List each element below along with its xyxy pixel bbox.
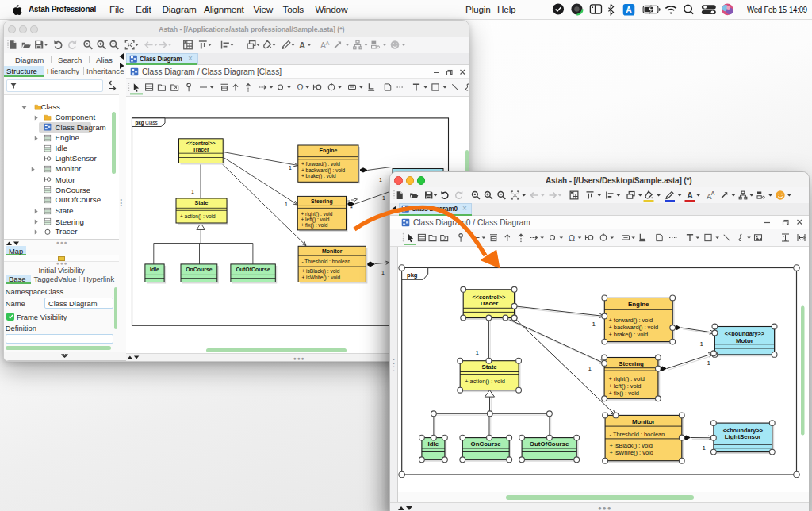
- svg-text:<<boundary>>: <<boundary>>: [724, 330, 764, 337]
- svg-text:LightSensor: LightSensor: [724, 433, 760, 440]
- svg-text:+ left() : void: + left() : void: [608, 382, 641, 389]
- svg-text:State: State: [481, 363, 497, 371]
- svg-text:Engine: Engine: [628, 300, 649, 307]
- svg-text:1: 1: [588, 365, 592, 372]
- svg-text:pkg: pkg: [407, 271, 418, 279]
- svg-text:1: 1: [699, 340, 703, 347]
- svg-text:Motor: Motor: [736, 336, 753, 344]
- svg-text:+ backward() : void: + backward() : void: [608, 324, 658, 331]
- svg-text:Monitor: Monitor: [631, 417, 654, 425]
- svg-text:+ isBlack() : void: + isBlack() : void: [609, 442, 652, 449]
- svg-text:+ action() : void: + action() : void: [465, 378, 505, 385]
- svg-text:A: A: [626, 6, 632, 14]
- svg-text:1: 1: [475, 349, 479, 356]
- svg-text:Steering: Steering: [619, 359, 644, 367]
- svg-text:<<boundary>>: <<boundary>>: [722, 426, 762, 433]
- svg-text:+ isWhite() : void: + isWhite() : void: [609, 449, 653, 456]
- svg-text:1: 1: [592, 321, 596, 328]
- svg-text:Idle: Idle: [427, 440, 439, 448]
- svg-text:1: 1: [702, 444, 706, 451]
- svg-text:1: 1: [707, 359, 710, 367]
- svg-text:+ fix() : void: + fix() : void: [608, 389, 638, 396]
- svg-text:+ forward() : void: + forward() : void: [608, 317, 653, 324]
- svg-text:Tracer: Tracer: [479, 300, 498, 307]
- svg-text:+ brake() : void: + brake() : void: [608, 331, 648, 338]
- svg-text:- Threshold : boolean: - Threshold : boolean: [609, 430, 665, 437]
- svg-text:+ right() : void: + right() : void: [608, 375, 644, 382]
- svg-text:OnCourse: OnCourse: [470, 440, 501, 448]
- svg-text:OutOfCourse: OutOfCourse: [529, 440, 569, 448]
- svg-text:<<control>>: <<control>>: [472, 293, 505, 300]
